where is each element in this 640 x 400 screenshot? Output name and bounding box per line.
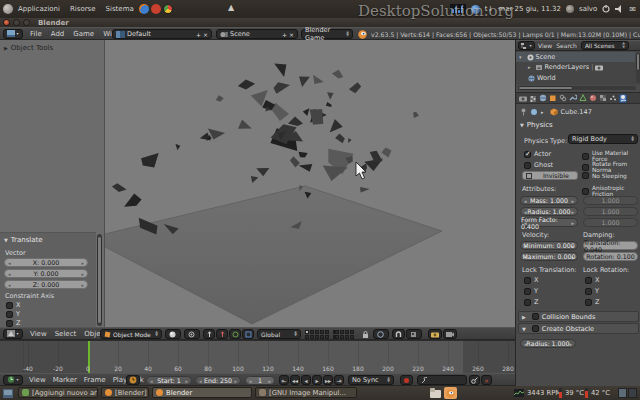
use-material-force-checkbox[interactable] — [582, 153, 589, 160]
layout-name[interactable]: Default — [127, 30, 194, 38]
screen-layout-selector[interactable]: Default + × — [112, 29, 212, 39]
form-factor-field[interactable]: ◂Form Facto: 0.400▸ — [520, 218, 578, 227]
layer-toggle[interactable] — [340, 335, 344, 339]
obstacle-radius-field[interactable]: ◂Radius: 1.000▸ — [520, 339, 576, 348]
jump-to-end-button[interactable]: ⇥ — [334, 375, 344, 385]
physics-panel-header[interactable]: ▼Physics — [520, 121, 553, 129]
translate-manipulator-button[interactable] — [216, 329, 228, 339]
maximize-window-button[interactable] — [23, 19, 30, 26]
render-opengl-button[interactable] — [428, 329, 442, 339]
delete-keyframe-button[interactable]: × — [481, 375, 492, 385]
volume-icon[interactable] — [615, 5, 624, 13]
pin-icon[interactable] — [520, 108, 527, 116]
eject-icon[interactable]: ▲ — [228, 3, 234, 12]
layer-buttons[interactable] — [305, 330, 354, 339]
layer-toggle[interactable] — [335, 330, 339, 334]
layer-toggle[interactable] — [315, 330, 319, 334]
engine-selector[interactable]: Blender Game ▲▼ — [301, 29, 353, 39]
layer-toggle[interactable] — [320, 335, 324, 339]
lock-icon[interactable] — [362, 331, 369, 339]
shading-selector[interactable] — [165, 329, 181, 339]
taskbar-window-blender-active[interactable]: Blender — [152, 387, 252, 398]
mode-name[interactable]: Object Mode — [113, 331, 153, 338]
manipulator-toggle-button[interactable] — [203, 329, 215, 339]
jump-to-next-keyframe-button[interactable]: ▸▸ — [323, 375, 333, 385]
no-sleeping-checkbox[interactable] — [582, 172, 589, 179]
outliner-item-scene[interactable]: ▾ Scene — [516, 52, 635, 62]
remove-layout-icon[interactable]: × — [203, 31, 208, 38]
insert-keyframe-button[interactable] — [469, 375, 480, 385]
editor-type-icon[interactable]: ▾ — [3, 329, 23, 339]
damping-rotation-slider[interactable]: Rotation: 0.100 — [583, 252, 638, 261]
lock-translation-y-checkbox[interactable] — [524, 288, 531, 295]
layer-toggle[interactable] — [310, 330, 314, 334]
menu-marker[interactable]: Marker — [53, 376, 77, 384]
outliner-item-renderlayers[interactable]: ▸ RenderLayers | — [516, 62, 635, 72]
close-window-button[interactable] — [3, 19, 10, 26]
scene-selector[interactable]: Scene + × — [216, 29, 298, 39]
taskbar-window-blender2[interactable]: [Blender] — [101, 387, 149, 398]
actor-checkbox[interactable] — [524, 151, 531, 158]
show-desktop-icon[interactable] — [3, 389, 13, 398]
taskbar-window-gedit[interactable]: [Aggiungi nuovo arti... — [18, 387, 98, 398]
menu-applicazioni[interactable]: Applicazioni — [13, 5, 65, 13]
play-button[interactable]: ▸ — [312, 375, 322, 385]
mode-selector[interactable]: Object Mode ▲▼ — [100, 329, 162, 339]
current-frame-field[interactable]: ◂1▸ — [245, 376, 275, 385]
layer-toggle[interactable] — [325, 330, 329, 334]
outliner-menu-search[interactable]: Search — [556, 42, 577, 49]
velocity-maximum-field[interactable]: ◂Maximum: 0.000▸ — [520, 252, 578, 261]
breadcrumb-object-name[interactable]: Cube.147 — [561, 108, 592, 116]
user-name[interactable]: salvo — [579, 5, 597, 13]
menu-add[interactable]: Add — [51, 30, 65, 38]
mail-icon[interactable]: ✉ — [629, 5, 636, 14]
velocity-minimum-field[interactable]: ◂Minimum: 0.000▸ — [520, 241, 578, 250]
constraint-y-checkbox[interactable] — [6, 311, 13, 318]
menu-frame[interactable]: Frame — [84, 376, 106, 384]
pivot-selector[interactable] — [184, 329, 200, 339]
app-icon-red[interactable] — [151, 4, 161, 14]
translate-y-field[interactable]: ◂Y: 0.000▸ — [4, 269, 88, 278]
outliner-hscrollbar[interactable] — [518, 86, 636, 90]
auto-keyframe-record-button[interactable] — [400, 375, 413, 385]
physics-type-selector[interactable]: Rigid Body ▲▼ — [568, 134, 638, 144]
lock-rotation-y-checkbox[interactable] — [585, 288, 592, 295]
minimize-window-button[interactable] — [13, 19, 20, 26]
translate-x-field[interactable]: ◂X: 0.000▸ — [4, 258, 88, 267]
layer-toggle[interactable] — [340, 330, 344, 334]
invisible-toggle-button[interactable]: Invisible — [522, 171, 578, 180]
layer-toggle[interactable] — [350, 335, 354, 339]
object-tools-panel-header[interactable]: ▶ Object Tools — [4, 44, 53, 52]
tab-world[interactable] — [539, 94, 547, 103]
toolshelf-scrollbar[interactable] — [97, 234, 102, 326]
layer-toggle[interactable] — [325, 335, 329, 339]
menu-sistema[interactable]: Sistema — [101, 5, 139, 13]
snap-element-selector[interactable] — [406, 329, 422, 339]
tab-material[interactable] — [589, 94, 597, 103]
collision-bounds-checkbox[interactable] — [532, 313, 539, 320]
chrome-icon[interactable] — [163, 4, 173, 14]
lock-rotation-z-checkbox[interactable] — [585, 299, 592, 306]
outliner-item-world[interactable]: World — [516, 73, 635, 83]
render-toggle-icon[interactable] — [595, 64, 603, 71]
editor-type-icon[interactable]: ▾ — [3, 29, 23, 39]
jump-to-prev-keyframe-button[interactable]: ◂◂ — [290, 375, 300, 385]
editor-type-icon[interactable]: ▾ — [3, 375, 23, 385]
blender-tray-icon[interactable] — [444, 387, 457, 399]
mass-field[interactable]: ◂Mass: 1.000▸ — [520, 196, 578, 205]
proportional-edit-selector[interactable] — [373, 329, 389, 339]
layer-toggle[interactable] — [335, 335, 339, 339]
firefox-icon[interactable] — [139, 4, 149, 14]
create-obstacle-panel-header[interactable]: ▼ Create Obstacle — [518, 323, 639, 334]
ubuntu-logo-icon[interactable] — [3, 4, 13, 14]
rotate-manipulator-button[interactable] — [229, 329, 241, 339]
filemanager-tray-icon[interactable] — [430, 388, 441, 398]
render-opengl-anim-button[interactable] — [443, 329, 457, 339]
scale-manipulator-button[interactable] — [242, 329, 254, 339]
translate-z-field[interactable]: ◂Z: 0.000▸ — [4, 280, 88, 289]
layer-toggle[interactable] — [345, 335, 349, 339]
add-scene-icon[interactable]: + — [282, 31, 287, 38]
menu-file[interactable]: File — [30, 30, 42, 38]
menu-view[interactable]: View — [29, 376, 46, 384]
tab-scene[interactable] — [529, 94, 537, 103]
